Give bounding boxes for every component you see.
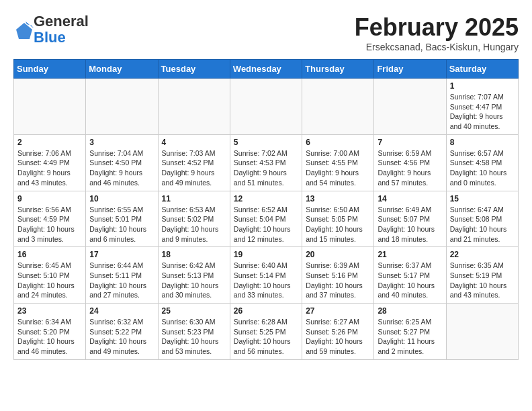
calendar-week-row: 23Sunrise: 6:34 AMSunset: 5:20 PMDayligh… bbox=[14, 304, 519, 360]
calendar-cell: 3Sunrise: 7:04 AMSunset: 4:50 PMDaylight… bbox=[86, 134, 158, 191]
calendar-cell: 14Sunrise: 6:49 AMSunset: 5:07 PMDayligh… bbox=[374, 191, 446, 247]
calendar-cell: 5Sunrise: 7:02 AMSunset: 4:53 PMDaylight… bbox=[230, 134, 302, 191]
day-number: 23 bbox=[17, 306, 82, 316]
calendar-cell bbox=[230, 79, 302, 135]
day-info: Sunrise: 6:28 AMSunset: 5:25 PMDaylight:… bbox=[234, 317, 298, 357]
day-number: 8 bbox=[450, 138, 515, 147]
calendar-header-row: Sunday Monday Tuesday Wednesday Thursday… bbox=[14, 60, 519, 79]
calendar-cell bbox=[302, 79, 374, 135]
day-number: 4 bbox=[162, 138, 226, 147]
day-info: Sunrise: 6:30 AMSunset: 5:23 PMDaylight:… bbox=[162, 317, 226, 357]
calendar-cell: 4Sunrise: 7:03 AMSunset: 4:52 PMDaylight… bbox=[158, 134, 230, 191]
day-info: Sunrise: 6:34 AMSunset: 5:20 PMDaylight:… bbox=[17, 317, 82, 357]
day-info: Sunrise: 6:42 AMSunset: 5:13 PMDaylight:… bbox=[162, 261, 226, 300]
day-info: Sunrise: 6:45 AMSunset: 5:10 PMDaylight:… bbox=[17, 261, 82, 300]
calendar-week-row: 16Sunrise: 6:45 AMSunset: 5:10 PMDayligh… bbox=[14, 247, 519, 304]
logo-text: General Blue bbox=[34, 13, 89, 46]
day-number: 24 bbox=[89, 306, 154, 316]
day-info: Sunrise: 7:00 AMSunset: 4:55 PMDaylight:… bbox=[306, 148, 370, 188]
calendar-cell: 23Sunrise: 6:34 AMSunset: 5:20 PMDayligh… bbox=[14, 304, 86, 360]
day-number: 7 bbox=[378, 138, 442, 147]
calendar-week-row: 9Sunrise: 6:56 AMSunset: 4:59 PMDaylight… bbox=[14, 191, 519, 247]
calendar-cell: 7Sunrise: 6:59 AMSunset: 4:56 PMDaylight… bbox=[374, 134, 446, 191]
day-info: Sunrise: 6:27 AMSunset: 5:26 PMDaylight:… bbox=[306, 317, 370, 357]
day-info: Sunrise: 6:35 AMSunset: 5:19 PMDaylight:… bbox=[450, 261, 515, 300]
day-info: Sunrise: 7:04 AMSunset: 4:50 PMDaylight:… bbox=[89, 148, 154, 188]
day-number: 20 bbox=[306, 250, 370, 259]
calendar-cell: 12Sunrise: 6:52 AMSunset: 5:04 PMDayligh… bbox=[230, 191, 302, 247]
logo-general: General bbox=[34, 13, 89, 30]
calendar-cell: 16Sunrise: 6:45 AMSunset: 5:10 PMDayligh… bbox=[14, 247, 86, 304]
day-number: 27 bbox=[306, 306, 370, 316]
day-info: Sunrise: 6:59 AMSunset: 4:56 PMDaylight:… bbox=[378, 148, 442, 188]
day-number: 13 bbox=[306, 194, 370, 203]
day-number: 3 bbox=[89, 138, 154, 147]
day-number: 21 bbox=[378, 250, 442, 259]
day-info: Sunrise: 6:39 AMSunset: 5:16 PMDaylight:… bbox=[306, 261, 370, 300]
calendar-cell: 20Sunrise: 6:39 AMSunset: 5:16 PMDayligh… bbox=[302, 247, 374, 304]
col-saturday: Saturday bbox=[446, 60, 518, 79]
day-number: 6 bbox=[306, 138, 370, 147]
calendar-cell bbox=[446, 304, 518, 360]
calendar-cell: 2Sunrise: 7:06 AMSunset: 4:49 PMDaylight… bbox=[14, 134, 86, 191]
calendar-cell: 1Sunrise: 7:07 AMSunset: 4:47 PMDaylight… bbox=[446, 79, 518, 135]
day-info: Sunrise: 6:47 AMSunset: 5:08 PMDaylight:… bbox=[450, 205, 515, 244]
day-info: Sunrise: 6:32 AMSunset: 5:22 PMDaylight:… bbox=[89, 317, 154, 357]
calendar-cell bbox=[86, 79, 158, 135]
day-number: 11 bbox=[162, 194, 226, 203]
day-number: 15 bbox=[450, 194, 515, 203]
calendar-cell: 18Sunrise: 6:42 AMSunset: 5:13 PMDayligh… bbox=[158, 247, 230, 304]
calendar-cell: 26Sunrise: 6:28 AMSunset: 5:25 PMDayligh… bbox=[230, 304, 302, 360]
calendar-cell bbox=[158, 79, 230, 135]
calendar-cell: 28Sunrise: 6:25 AMSunset: 5:27 PMDayligh… bbox=[374, 304, 446, 360]
calendar-cell: 6Sunrise: 7:00 AMSunset: 4:55 PMDaylight… bbox=[302, 134, 374, 191]
day-number: 16 bbox=[17, 250, 82, 259]
calendar-cell: 25Sunrise: 6:30 AMSunset: 5:23 PMDayligh… bbox=[158, 304, 230, 360]
day-info: Sunrise: 7:07 AMSunset: 4:47 PMDaylight:… bbox=[450, 92, 515, 132]
col-sunday: Sunday bbox=[14, 60, 86, 79]
calendar-cell: 15Sunrise: 6:47 AMSunset: 5:08 PMDayligh… bbox=[446, 191, 518, 247]
calendar-cell: 8Sunrise: 6:57 AMSunset: 4:58 PMDaylight… bbox=[446, 134, 518, 191]
logo-blue: Blue bbox=[34, 29, 66, 46]
day-info: Sunrise: 6:57 AMSunset: 4:58 PMDaylight:… bbox=[450, 148, 515, 188]
calendar-cell: 9Sunrise: 6:56 AMSunset: 4:59 PMDaylight… bbox=[14, 191, 86, 247]
day-info: Sunrise: 6:25 AMSunset: 5:27 PMDaylight:… bbox=[378, 317, 442, 357]
day-info: Sunrise: 6:52 AMSunset: 5:04 PMDaylight:… bbox=[234, 205, 298, 244]
day-info: Sunrise: 6:37 AMSunset: 5:17 PMDaylight:… bbox=[378, 261, 442, 300]
col-monday: Monday bbox=[86, 60, 158, 79]
calendar-cell: 19Sunrise: 6:40 AMSunset: 5:14 PMDayligh… bbox=[230, 247, 302, 304]
calendar-cell: 24Sunrise: 6:32 AMSunset: 5:22 PMDayligh… bbox=[86, 304, 158, 360]
col-tuesday: Tuesday bbox=[158, 60, 230, 79]
day-number: 22 bbox=[450, 250, 515, 259]
col-wednesday: Wednesday bbox=[230, 60, 302, 79]
day-number: 26 bbox=[234, 306, 298, 316]
day-number: 18 bbox=[162, 250, 226, 259]
day-info: Sunrise: 7:03 AMSunset: 4:52 PMDaylight:… bbox=[162, 148, 226, 188]
calendar-cell: 10Sunrise: 6:55 AMSunset: 5:01 PMDayligh… bbox=[86, 191, 158, 247]
calendar-week-row: 2Sunrise: 7:06 AMSunset: 4:49 PMDaylight… bbox=[14, 134, 519, 191]
day-number: 5 bbox=[234, 138, 298, 147]
day-number: 25 bbox=[162, 306, 226, 316]
day-number: 9 bbox=[17, 194, 82, 203]
day-info: Sunrise: 6:49 AMSunset: 5:07 PMDaylight:… bbox=[378, 205, 442, 244]
calendar-cell: 27Sunrise: 6:27 AMSunset: 5:26 PMDayligh… bbox=[302, 304, 374, 360]
day-number: 19 bbox=[234, 250, 298, 259]
day-number: 10 bbox=[89, 194, 154, 203]
col-thursday: Thursday bbox=[302, 60, 374, 79]
day-number: 14 bbox=[378, 194, 442, 203]
logo: General Blue bbox=[13, 13, 89, 46]
calendar-cell: 11Sunrise: 6:53 AMSunset: 5:02 PMDayligh… bbox=[158, 191, 230, 247]
day-info: Sunrise: 7:02 AMSunset: 4:53 PMDaylight:… bbox=[234, 148, 298, 188]
title-block: February 2025 Ersekcsanad, Bacs-Kiskun, … bbox=[355, 13, 519, 52]
svg-marker-0 bbox=[16, 23, 32, 39]
day-number: 17 bbox=[89, 250, 154, 259]
location-subtitle: Ersekcsanad, Bacs-Kiskun, Hungary bbox=[355, 42, 519, 52]
day-number: 12 bbox=[234, 194, 298, 203]
calendar: Sunday Monday Tuesday Wednesday Thursday… bbox=[13, 59, 519, 360]
day-info: Sunrise: 7:06 AMSunset: 4:49 PMDaylight:… bbox=[17, 148, 82, 188]
day-number: 2 bbox=[17, 138, 82, 147]
calendar-cell: 17Sunrise: 6:44 AMSunset: 5:11 PMDayligh… bbox=[86, 247, 158, 304]
calendar-cell: 22Sunrise: 6:35 AMSunset: 5:19 PMDayligh… bbox=[446, 247, 518, 304]
day-info: Sunrise: 6:44 AMSunset: 5:11 PMDaylight:… bbox=[89, 261, 154, 300]
header: General Blue February 2025 Ersekcsanad, … bbox=[13, 13, 519, 52]
